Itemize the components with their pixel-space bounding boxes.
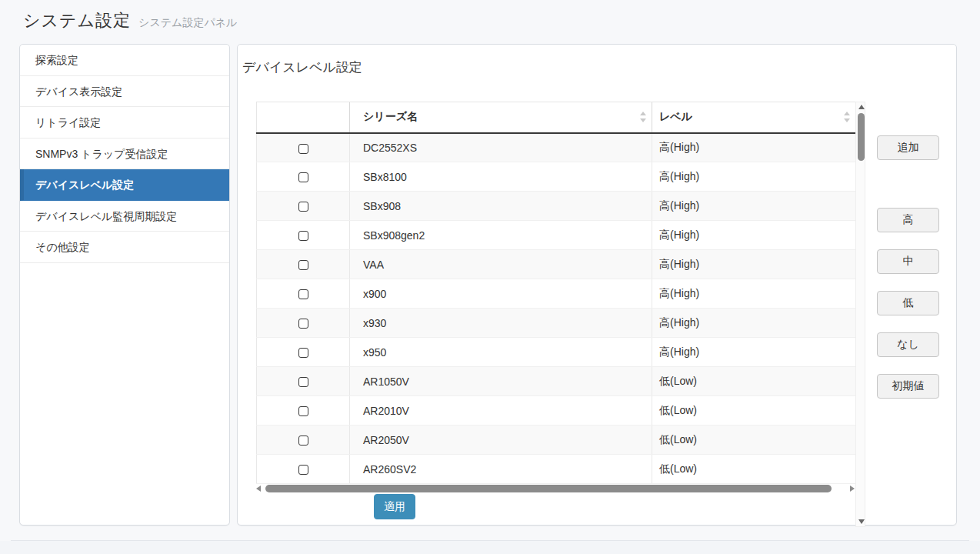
table-row: AR260SV2低(Low) (257, 455, 855, 484)
table-row: x950高(High) (257, 338, 855, 367)
level-cell: 低(Low) (652, 426, 855, 455)
table-row: SBx908gen2高(High) (257, 221, 855, 250)
row-checkbox[interactable] (298, 144, 308, 154)
series-name-cell: DC2552XS (350, 133, 652, 162)
page-header: システム設定 システム設定パネル (23, 9, 237, 32)
checkbox-column-header (257, 102, 350, 133)
series-name-cell: AR2010V (350, 396, 652, 426)
scroll-up-icon[interactable] (858, 105, 865, 109)
row-checkbox-cell (257, 250, 350, 279)
row-checkbox-cell (257, 221, 350, 250)
table-row: SBx8100高(High) (257, 162, 855, 192)
series-name-cell: SBx908gen2 (350, 221, 652, 250)
row-checkbox[interactable] (298, 231, 308, 241)
set-default-button[interactable]: 初期値 (877, 374, 939, 399)
table-row: DC2552XS高(High) (257, 133, 855, 162)
level-cell: 低(Low) (652, 367, 855, 396)
horizontal-scrollbar[interactable] (256, 484, 855, 493)
horizontal-scroll-thumb[interactable] (265, 485, 832, 492)
row-checkbox-cell (257, 309, 350, 338)
sidebar-item[interactable]: その他設定 (20, 232, 229, 263)
settings-sidebar: 探索設定デバイス表示設定リトライ設定SNMPv3 トラップ受信設定デバイスレベル… (19, 44, 230, 526)
row-checkbox-cell (257, 455, 350, 484)
page-title: システム設定 (23, 9, 131, 32)
row-checkbox[interactable] (298, 289, 308, 299)
sidebar-item[interactable]: デバイスレベル監視周期設定 (20, 201, 229, 232)
table-row: AR2010V低(Low) (257, 396, 855, 426)
sort-icon[interactable] (640, 112, 646, 122)
row-checkbox-cell (257, 367, 350, 396)
row-checkbox[interactable] (298, 319, 308, 329)
row-checkbox[interactable] (298, 260, 308, 270)
system-settings-page: システム設定 システム設定パネル 探索設定デバイス表示設定リトライ設定SNMPv… (0, 0, 980, 554)
apply-button[interactable]: 適用 (374, 494, 415, 519)
table-row: x930高(High) (257, 309, 855, 338)
row-checkbox[interactable] (298, 436, 308, 446)
level-cell: 低(Low) (652, 455, 855, 484)
table-row: VAA高(High) (257, 250, 855, 279)
level-cell: 高(High) (652, 162, 855, 192)
level-cell: 高(High) (652, 192, 855, 221)
series-name-cell: AR2050V (350, 426, 652, 455)
set-low-button[interactable]: 低 (877, 291, 939, 315)
series-name-cell: SBx8100 (350, 162, 652, 192)
scroll-right-icon[interactable] (850, 486, 855, 492)
table-header-row: シリーズ名 レベル (257, 102, 855, 133)
device-level-table: シリーズ名 レベル DC2552XS高(High)SBx8100高(High)S… (256, 102, 855, 484)
vertical-scrollbar[interactable] (855, 102, 865, 527)
level-cell: 高(High) (652, 279, 855, 309)
table-row: AR2050V低(Low) (257, 426, 855, 455)
sidebar-item[interactable]: デバイス表示設定 (20, 76, 229, 108)
row-checkbox-cell (257, 133, 350, 162)
table-row: AR1050V低(Low) (257, 367, 855, 396)
set-medium-button[interactable]: 中 (877, 249, 939, 274)
page-subtitle: システム設定パネル (138, 16, 237, 30)
table-row: SBx908高(High) (257, 192, 855, 221)
row-checkbox[interactable] (298, 172, 308, 182)
row-checkbox-cell (257, 338, 350, 367)
row-checkbox-cell (257, 279, 350, 309)
series-name-cell: AR1050V (350, 367, 652, 396)
page-footer-area (0, 541, 980, 554)
sidebar-item[interactable]: SNMPv3 トラップ受信設定 (20, 138, 229, 170)
series-column-header[interactable]: シリーズ名 (350, 102, 652, 133)
table-row: x900高(High) (257, 279, 855, 309)
level-cell: 高(High) (652, 221, 855, 250)
row-checkbox[interactable] (298, 377, 308, 387)
level-cell: 高(High) (652, 133, 855, 162)
level-cell: 高(High) (652, 250, 855, 279)
series-column-label: シリーズ名 (363, 110, 418, 122)
panel-title: デバイスレベル設定 (242, 58, 362, 76)
level-cell: 低(Low) (652, 396, 855, 426)
set-high-button[interactable]: 高 (877, 208, 939, 232)
level-column-header[interactable]: レベル (652, 102, 855, 133)
scroll-left-icon[interactable] (256, 486, 261, 492)
row-checkbox-cell (257, 396, 350, 426)
row-checkbox-cell (257, 426, 350, 455)
sidebar-item[interactable]: リトライ設定 (20, 107, 229, 138)
scroll-down-icon[interactable] (858, 519, 865, 524)
series-name-cell: x930 (350, 309, 652, 338)
level-cell: 高(High) (652, 309, 855, 338)
sidebar-item[interactable]: 探索設定 (20, 45, 229, 76)
series-name-cell: x950 (350, 338, 652, 367)
series-name-cell: AR260SV2 (350, 455, 652, 484)
series-name-cell: SBx908 (350, 192, 652, 221)
row-checkbox-cell (257, 162, 350, 192)
level-column-label: レベル (659, 110, 692, 122)
sidebar-item[interactable]: デバイスレベル設定 (20, 169, 229, 201)
series-name-cell: x900 (350, 279, 652, 309)
series-name-cell: VAA (350, 250, 652, 279)
row-checkbox-cell (257, 192, 350, 221)
device-level-panel: デバイスレベル設定 シリーズ名 レベル DC2552XS高(High)SBx81… (237, 44, 957, 526)
sort-icon[interactable] (844, 112, 850, 122)
row-checkbox[interactable] (298, 406, 308, 416)
row-checkbox[interactable] (298, 202, 308, 212)
set-none-button[interactable]: なし (877, 332, 939, 357)
add-button[interactable]: 追加 (877, 135, 939, 160)
vertical-scroll-thumb[interactable] (858, 113, 865, 161)
row-checkbox[interactable] (298, 465, 308, 475)
level-cell: 高(High) (652, 338, 855, 367)
row-checkbox[interactable] (298, 348, 308, 358)
